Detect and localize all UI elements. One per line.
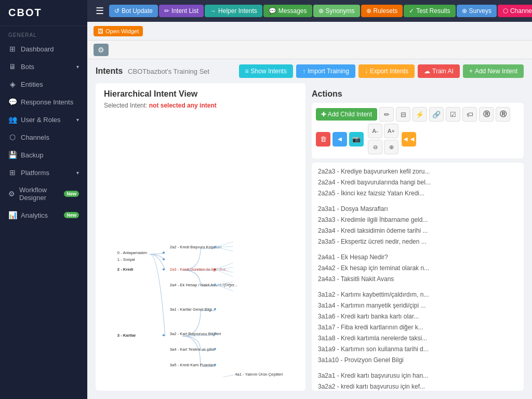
tree-node-3a2[interactable]: 3a2 - Kart Başvurusu Bilgileri xyxy=(170,331,221,336)
zoom-a-minus-button[interactable]: A- xyxy=(368,124,382,138)
sidebar-item-response-intents[interactable]: 💬 Response Intents xyxy=(0,93,87,111)
surveys-button[interactable]: ⊕ Surveys xyxy=(457,5,497,17)
list-item[interactable]: 2a2a3 - Krediye başvururken kefil zoru..… xyxy=(318,167,517,176)
bot-update-icon: ↺ xyxy=(114,7,119,15)
channels-nav-button[interactable]: ⬡ Channels xyxy=(498,5,532,17)
list-item[interactable]: 3a1a2 - Kartımı kaybettim/çaldırdım, n..… xyxy=(318,290,517,299)
intent-group-2a2: 2a2a3 - Krediye başvururken kefil zoru..… xyxy=(318,167,517,198)
export-icon: ↓ xyxy=(365,68,368,75)
hierarchy-panel: Hierarchical Intent View Selected Intent… xyxy=(96,83,305,391)
backup-icon: 💾 xyxy=(8,151,17,159)
check-button[interactable]: ☑ xyxy=(446,107,460,122)
tree-node-3a5[interactable]: 3a5 - Kredi Kartı Puanları xyxy=(170,363,215,367)
tree-node-3a4[interactable]: 3a4 - Kart Teslimi ve şifre xyxy=(170,347,215,352)
list-item[interactable]: 2a3a4 - Kredi taksidimin ödeme tarihi ..… xyxy=(318,226,517,235)
list-item[interactable]: 2a2a5 - İkinci kez faizsiz Yatan Kredi..… xyxy=(318,189,517,198)
list-item[interactable]: 3a1a4 - Kartımın manyetik şeridi/çipi ..… xyxy=(318,301,517,310)
chevron-icon: ▾ xyxy=(76,64,79,70)
list-item[interactable]: 2a3a3 - Kredimle ilgili İhbarname geld..… xyxy=(318,215,517,224)
zoom-plus-button[interactable]: ⊕ xyxy=(384,140,398,154)
list-item[interactable]: 2a4a3 - Taksitli Nakit Avans xyxy=(318,274,517,284)
tree-node-kredi[interactable]: 2 - Kredi xyxy=(117,267,134,272)
list-item[interactable]: 3a1a9 - Kartımın son kullanma tarihi d..… xyxy=(318,344,517,354)
open-widget-button[interactable]: 🖼 Open Widget xyxy=(94,26,143,36)
zoom-a-plus-button[interactable]: A+ xyxy=(384,124,398,138)
delete-button[interactable]: 🗑 xyxy=(316,132,330,147)
intent-list-button[interactable]: ✏ Intent List xyxy=(159,5,204,17)
test-results-button[interactable]: ✓ Test Results xyxy=(404,5,455,17)
add-child-button[interactable]: ✚ Add Child Intent xyxy=(316,108,377,121)
sidebar-item-backup[interactable]: 💾 Backup xyxy=(0,146,87,164)
intents-actions: ≡ Show Intents ↑ Import Training ↓ Expor… xyxy=(239,64,524,78)
tree-node-2a4[interactable]: 2a4 - Ek Hesap / Nakit Avans /(Diğer... xyxy=(170,283,237,287)
tag-button[interactable]: 🏷 xyxy=(462,107,477,122)
channels-icon: ⬡ xyxy=(8,133,17,141)
sidebar-item-platforms[interactable]: ⊞ Platforms ▾ xyxy=(0,164,87,181)
list-item[interactable]: 3a1a10 - Provizyon Genel Bilgi xyxy=(318,355,517,365)
show-intents-icon: ≡ xyxy=(245,68,249,75)
tree-svg: 0 - Anlayamadım 1 - Sosyal 2 - Kredi 2a2… xyxy=(96,117,305,377)
list-item[interactable]: 3a2a2 - kredi kartı başvurusu için kef..… xyxy=(318,382,517,391)
show-intents-button[interactable]: ≡ Show Intents xyxy=(239,64,293,78)
bolt-button[interactable]: ⚡ xyxy=(413,107,427,122)
circle2-button[interactable]: Ⓡ xyxy=(496,107,510,122)
messages-button[interactable]: 💬 Messages xyxy=(263,5,312,17)
train-ai-button[interactable]: ☁ Train AI xyxy=(418,64,460,78)
helper-intents-button[interactable]: → Helper Intents xyxy=(205,5,262,17)
actions-toolbar: ✚ Add Child Intent ✏ ⊟ ⚡ 🔗 ☑ 🏷 Ⓡ Ⓡ 🗑 ◄ 📷… xyxy=(312,103,524,158)
edit-button[interactable]: ✏ xyxy=(379,107,394,122)
camera-button[interactable]: 📷 xyxy=(349,132,364,147)
list-item[interactable]: 2a3a1 - Dosya Masrafları xyxy=(318,204,517,214)
tree-node-3a1[interactable]: 3a1 - Kartlar Genel Bilgi xyxy=(170,307,212,312)
sidebar-item-channels[interactable]: ⬡ Channels xyxy=(0,128,87,146)
gear-button[interactable]: ⚙ xyxy=(94,44,109,56)
sidebar-section-label: GENERAL xyxy=(0,26,87,40)
hierarchy-subtitle: Selected Intent: not selected any intent xyxy=(96,101,305,113)
sidebar-item-bots[interactable]: 🖥 Bots ▾ xyxy=(0,58,87,75)
svg-point-7 xyxy=(214,308,216,310)
export-intents-button[interactable]: ↓ Export Intents xyxy=(358,64,415,78)
sidebar: CBOT GENERAL ⊞ Dashboard 🖥 Bots ▾ ◈ Enti… xyxy=(0,0,87,399)
tree-node-kartlar[interactable]: 3 - Kartlar xyxy=(117,333,136,338)
workflow-icon: ⚙ xyxy=(8,190,15,198)
new-badge: New xyxy=(64,191,79,197)
svg-point-10 xyxy=(214,364,216,366)
actions-title: Actions xyxy=(312,83,524,103)
list-item[interactable]: 2a4a1 - Ek Hesap Nedir? xyxy=(318,252,517,262)
tree-node-0[interactable]: 0 - Anlayamadım xyxy=(117,250,147,255)
list-item[interactable]: 3a1a7 - Fiba kredi kartlarının diğer k..… xyxy=(318,323,517,332)
sidebar-item-analytics[interactable]: 📊 Analytics New xyxy=(0,206,87,224)
synonyms-icon: ⊕ xyxy=(318,7,324,15)
message-icon: 💬 xyxy=(269,7,276,15)
arrow-left-button[interactable]: ◄ xyxy=(332,132,347,147)
tree-node-2a2[interactable]: 2a2 - Kredi Başvuru Koşulları xyxy=(170,245,222,249)
sidebar-item-workflow[interactable]: ⚙ Workflow Designer New xyxy=(0,181,87,206)
sidebar-item-label: Bots xyxy=(21,63,34,71)
list-item[interactable]: 2a2a4 - Kredi başvurularında hangi bel..… xyxy=(318,178,517,187)
list-item[interactable]: 3a1a6 - Kredi kartı banka kartı olar... xyxy=(318,312,517,321)
intent-group-2a3: 2a3a1 - Dosya Masrafları 2a3a3 - Krediml… xyxy=(318,204,517,246)
sidebar-item-user-roles[interactable]: 👥 User & Roles ▾ xyxy=(0,111,87,128)
bot-update-button[interactable]: ↺ Bot Update xyxy=(109,5,158,17)
test-icon: ✓ xyxy=(409,7,414,15)
sidebar-item-entities[interactable]: ◈ Entities xyxy=(0,75,87,93)
tree-node-1[interactable]: 1 - Sosyal xyxy=(117,257,135,262)
tree-container[interactable]: 0 - Anlayamadım 1 - Sosyal 2 - Kredi 2a2… xyxy=(96,113,305,391)
import-training-button[interactable]: ↑ Import Training xyxy=(296,64,355,78)
zoom-minus-button[interactable]: ⊖ xyxy=(368,140,382,154)
widget-icon: 🖼 xyxy=(98,28,103,34)
link-button[interactable]: 🔗 xyxy=(429,107,444,122)
list-item[interactable]: 2a4a2 - Ek hesap için teminat olarak n..… xyxy=(318,263,517,273)
double-arrow-button[interactable]: ◄◄ xyxy=(402,132,416,147)
hamburger-button[interactable]: ☰ xyxy=(91,3,108,19)
add-new-intent-button[interactable]: + Add New Intent xyxy=(463,64,524,78)
rulesets-button[interactable]: ⊕ Rulesets xyxy=(361,5,403,17)
circle1-button[interactable]: Ⓡ xyxy=(479,107,494,122)
train-icon: ☁ xyxy=(424,68,430,75)
list-item[interactable]: 3a1a8 - Kredi kartımla nerelerde taksi..… xyxy=(318,334,517,343)
table-button[interactable]: ⊟ xyxy=(396,107,410,122)
list-item[interactable]: 2a3a5 - Ekspertiz ücreti nedir, neden ..… xyxy=(318,237,517,246)
synonyms-button[interactable]: ⊕ Synonyms xyxy=(313,5,360,17)
list-item[interactable]: 3a2a1 - Kredi kartı başvurusu için han..… xyxy=(318,371,517,380)
sidebar-item-dashboard[interactable]: ⊞ Dashboard xyxy=(0,40,87,58)
